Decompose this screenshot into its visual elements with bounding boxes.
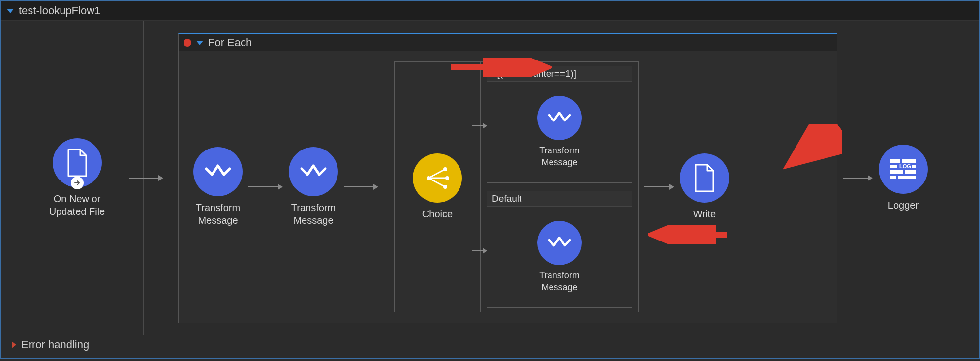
arrow-icon	[644, 186, 674, 187]
document-icon	[693, 164, 716, 192]
svg-text:LOG: LOG	[899, 163, 911, 169]
transform-2-label: Transform Message	[291, 201, 336, 227]
arrow-icon	[843, 178, 873, 179]
route-1-body: Transform Message	[487, 82, 632, 182]
svg-rect-5	[902, 159, 916, 163]
flow-body: On New or Updated File For Each	[1, 21, 979, 335]
choice-routes: #[(vars.counter==1)] Transform Message	[481, 62, 638, 312]
choice-label: Choice	[422, 208, 453, 220]
collapse-icon[interactable]	[196, 41, 203, 45]
logger-node[interactable]: LOG Logger	[879, 145, 928, 211]
foreach-header[interactable]: For Each	[179, 34, 837, 51]
foreach-title: For Each	[208, 36, 252, 49]
choice-route-default[interactable]: Default Transform Message	[487, 191, 632, 308]
expand-icon[interactable]	[12, 341, 16, 348]
choice-node[interactable]: Choice	[413, 153, 462, 220]
svg-rect-11	[890, 176, 896, 179]
write-node[interactable]: Write	[680, 153, 729, 220]
file-listener-icon	[53, 138, 102, 187]
choice-icon	[413, 153, 462, 203]
choice-container: Choice #[(vars.counter==1)]	[394, 61, 639, 312]
transform-1-label: Transform Message	[196, 201, 240, 227]
document-icon	[65, 149, 89, 177]
svg-rect-8	[912, 165, 916, 168]
transform-icon	[537, 221, 582, 265]
breakpoint-icon[interactable]	[184, 39, 191, 47]
source-label: On New or Updated File	[49, 192, 105, 218]
dataweave-icon	[547, 109, 572, 127]
flow-header[interactable]: test-lookupFlow1	[1, 1, 979, 21]
route2-node-label: Transform Message	[539, 270, 579, 293]
transform-node-2[interactable]: Transform Message	[289, 147, 338, 227]
transform-node-1[interactable]: Transform Message	[193, 147, 243, 227]
route1-node-label: Transform Message	[539, 145, 579, 168]
flow-container: test-lookupFlow1 On New or Updated File	[0, 0, 980, 359]
foreach-body: Transform Message Transform Message	[179, 51, 837, 323]
collapse-icon[interactable]	[7, 9, 14, 13]
arrow-icon	[129, 178, 163, 179]
choice-route-when[interactable]: #[(vars.counter==1)] Transform Message	[487, 66, 632, 183]
transform-node-route2[interactable]: Transform Message	[537, 221, 582, 293]
logger-icon: LOG	[879, 145, 928, 194]
foreach-scope[interactable]: For Each Transform Message	[178, 33, 837, 323]
connector-icon	[472, 250, 487, 251]
svg-rect-10	[905, 170, 916, 174]
router-icon	[423, 163, 452, 193]
dataweave-icon	[300, 162, 327, 181]
route-condition-label: #[(vars.counter==1)]	[487, 66, 632, 82]
error-handling-label: Error handling	[21, 338, 89, 351]
log-icon: LOG	[888, 157, 918, 181]
logger-label: Logger	[888, 199, 919, 211]
error-handling-section[interactable]: Error handling	[4, 334, 97, 355]
source-node[interactable]: On New or Updated File	[49, 138, 105, 218]
transform-icon	[537, 96, 582, 140]
transform-icon	[193, 147, 243, 196]
svg-rect-9	[890, 170, 903, 174]
choice-left: Choice	[395, 62, 481, 312]
source-lane: On New or Updated File	[11, 21, 144, 335]
transform-icon	[289, 147, 338, 196]
route-default-label: Default	[487, 191, 632, 207]
svg-rect-12	[898, 176, 916, 179]
source-badge-icon	[71, 177, 84, 189]
arrow-icon	[344, 186, 378, 187]
dataweave-icon	[204, 162, 232, 181]
transform-node-route1[interactable]: Transform Message	[537, 96, 582, 168]
svg-rect-4	[890, 159, 900, 163]
dataweave-icon	[547, 234, 572, 252]
connector-icon	[472, 125, 487, 126]
write-label: Write	[693, 208, 716, 220]
route-2-body: Transform Message	[487, 207, 632, 307]
svg-rect-6	[890, 165, 897, 168]
flow-title: test-lookupFlow1	[19, 4, 100, 17]
arrow-icon	[248, 186, 283, 187]
file-write-icon	[680, 153, 729, 203]
